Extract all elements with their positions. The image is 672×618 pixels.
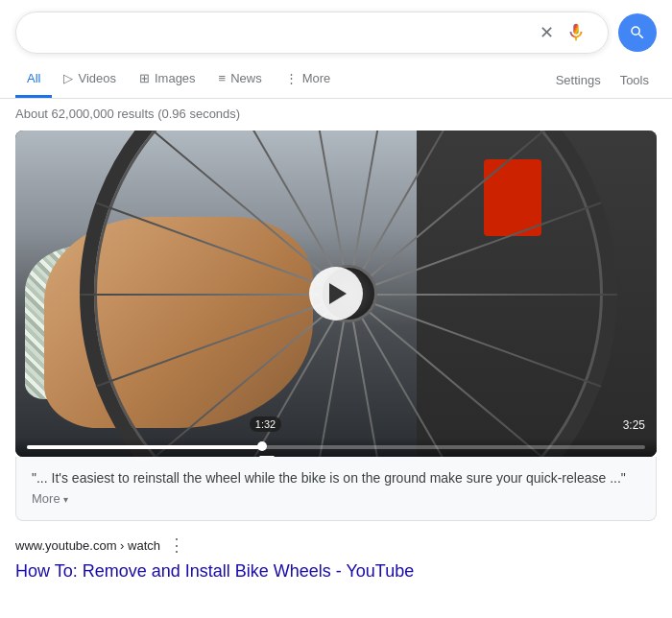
tab-all-label: All: [27, 71, 40, 85]
progress-bar[interactable]: [27, 445, 645, 449]
microphone-icon[interactable]: [565, 22, 587, 43]
progress-fill: [27, 445, 262, 449]
tools-tab[interactable]: Tools: [612, 63, 657, 97]
time-total: 3:25: [623, 418, 645, 432]
time-tooltip: 1:32: [250, 416, 281, 432]
more-options-icon[interactable]: ⋮: [168, 535, 185, 556]
source-url: www.youtube.com › watch: [15, 538, 160, 553]
result-title-link[interactable]: How To: Remove and Install Bike Wheels -…: [15, 559, 657, 583]
tab-images[interactable]: ⊞ Images: [128, 61, 207, 98]
search-button[interactable]: [618, 13, 657, 52]
tab-videos[interactable]: ▷ Videos: [52, 61, 128, 98]
progress-thumb: [257, 441, 267, 451]
news-icon: ≡: [219, 71, 227, 85]
tab-news[interactable]: ≡ News: [207, 61, 274, 98]
video-container[interactable]: 1:32 3:25: [15, 131, 657, 457]
tab-more-label: More: [302, 71, 331, 85]
videos-icon: ▷: [63, 71, 73, 85]
source-line: www.youtube.com › watch ⋮: [15, 535, 657, 556]
caption-text: "... It's easiest to reinstall the wheel…: [32, 470, 626, 486]
tab-videos-label: Videos: [78, 71, 116, 85]
tab-more[interactable]: ⋮ More: [274, 61, 343, 98]
settings-tab[interactable]: Settings: [548, 63, 609, 97]
progress-arrow: [259, 456, 275, 457]
search-bar-area: how to install the wheel on a bike ✕: [0, 0, 672, 54]
tabs-bar: All ▷ Videos ⊞ Images ≡ News ⋮ More Sett…: [0, 61, 672, 99]
search-input[interactable]: how to install the wheel on a bike: [30, 24, 540, 41]
results-count: About 62,000,000 results (0.96 seconds): [0, 99, 672, 131]
tabs-right: Settings Tools: [548, 63, 657, 97]
clear-icon[interactable]: ✕: [540, 22, 554, 43]
more-icon: ⋮: [285, 71, 298, 85]
chevron-down-icon: ▾: [63, 492, 68, 507]
spoke-1: [348, 294, 617, 296]
search-icon: [629, 24, 646, 41]
video-controls: 1:32 3:25: [15, 438, 657, 457]
play-button[interactable]: [309, 267, 363, 321]
tab-images-label: Images: [155, 71, 196, 85]
tab-news-label: News: [230, 71, 262, 85]
images-icon: ⊞: [139, 71, 150, 85]
tab-all[interactable]: All: [15, 61, 52, 98]
caption-box: "... It's easiest to reinstall the wheel…: [15, 457, 657, 521]
caption-more-button[interactable]: More ▾: [32, 491, 68, 506]
search-box: how to install the wheel on a bike ✕: [15, 12, 609, 54]
